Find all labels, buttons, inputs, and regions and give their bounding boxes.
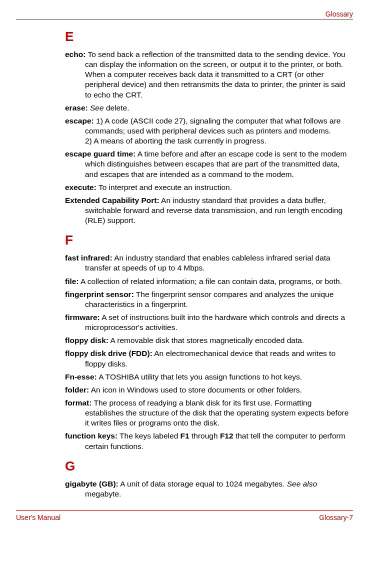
ref-gb: megabyte. bbox=[85, 490, 121, 498]
term-function-keys: function keys: bbox=[65, 432, 118, 440]
term-execute: execute: bbox=[65, 183, 96, 192]
term-folder: folder: bbox=[65, 386, 89, 394]
def-firmware: A set of instructions built into the har… bbox=[85, 313, 345, 332]
term-fdd: floppy disk drive (FDD): bbox=[65, 349, 152, 358]
ref-erase: delete. bbox=[104, 104, 130, 112]
see-also-gb: See also bbox=[287, 480, 317, 488]
term-floppy-disk: floppy disk: bbox=[65, 336, 108, 344]
term-echo: echo: bbox=[65, 50, 86, 58]
header-section-name: Glossary bbox=[16, 10, 353, 18]
term-escape: escape: bbox=[65, 116, 94, 125]
entry-function-keys: function keys: The keys labeled F1 throu… bbox=[65, 431, 350, 451]
term-fn-esse: Fn-esse: bbox=[65, 372, 97, 381]
term-gb: gigabyte (GB): bbox=[65, 480, 118, 488]
def-floppy-disk: A removable disk that stores magneticall… bbox=[110, 336, 304, 344]
section-letter-f: F bbox=[65, 232, 350, 248]
page-header: Glossary bbox=[16, 10, 353, 20]
def-fk-mid: through bbox=[190, 432, 220, 440]
def-fk-pre: The keys labeled bbox=[120, 432, 180, 440]
entry-fn-esse: Fn-esse: A TOSHIBA utility that lets you… bbox=[65, 372, 350, 382]
f1-key: F1 bbox=[180, 432, 190, 440]
entry-fast-infrared: fast infrared: An industry standard that… bbox=[65, 253, 350, 273]
def-escape-2: 2) A means of aborting the task currentl… bbox=[65, 136, 350, 146]
page-footer: User's Manual Glossary-7 bbox=[16, 510, 353, 522]
entry-execute: execute: To interpret and execute an ins… bbox=[65, 182, 350, 192]
entry-file: file: A collection of related informatio… bbox=[65, 276, 350, 286]
section-letter-g: G bbox=[65, 458, 350, 474]
section-letter-e: E bbox=[65, 29, 350, 44]
def-file: A collection of related information; a f… bbox=[80, 277, 342, 286]
term-file: file: bbox=[65, 277, 79, 286]
entry-erase: erase: See delete. bbox=[65, 103, 350, 113]
term-format: format: bbox=[65, 398, 92, 407]
f12-key: F12 bbox=[220, 432, 234, 440]
footer-page-number: Glossary-7 bbox=[319, 514, 353, 522]
page-container: Glossary E echo: To send back a reflecti… bbox=[0, 0, 369, 532]
def-fn-esse: A TOSHIBA utility that lets you assign f… bbox=[98, 372, 302, 381]
term-fast-infrared: fast infrared: bbox=[65, 254, 112, 262]
def-execute: To interpret and execute an instruction. bbox=[98, 183, 232, 192]
def-gb-pre: A unit of data storage equal to 1024 meg… bbox=[120, 480, 287, 488]
entry-format: format: The process of readying a blank … bbox=[65, 398, 350, 428]
entry-fingerprint: fingerprint sensor: The fingerprint sens… bbox=[65, 290, 350, 310]
entry-folder: folder: An icon in Windows used to store… bbox=[65, 385, 350, 395]
def-escape-1: 1) A code (ASCII code 27), signaling the… bbox=[85, 116, 340, 135]
entry-escape: escape: 1) A code (ASCII code 27), signa… bbox=[65, 116, 350, 146]
content-area: E echo: To send back a reflection of the… bbox=[16, 29, 353, 499]
entry-gb: gigabyte (GB): A unit of data storage eq… bbox=[65, 479, 350, 499]
term-erase: erase: bbox=[65, 104, 88, 112]
term-escape-guard: escape guard time: bbox=[65, 150, 136, 158]
def-fast-infrared: An industry standard that enables cablel… bbox=[85, 254, 330, 272]
entry-floppy-disk: floppy disk: A removable disk that store… bbox=[65, 336, 350, 346]
term-fingerprint: fingerprint sensor: bbox=[65, 290, 134, 298]
entry-echo: echo: To send back a reflection of the t… bbox=[65, 50, 350, 100]
def-format: The process of readying a blank disk for… bbox=[85, 398, 348, 427]
entry-firmware: firmware: A set of instructions built in… bbox=[65, 312, 350, 332]
entry-ecp: Extended Capability Port: An industry st… bbox=[65, 196, 350, 226]
def-echo: To send back a reflection of the transmi… bbox=[85, 50, 346, 99]
term-firmware: firmware: bbox=[65, 313, 100, 322]
entry-fdd: floppy disk drive (FDD): An electromecha… bbox=[65, 348, 350, 368]
entry-escape-guard: escape guard time: A time before and aft… bbox=[65, 149, 350, 179]
footer-manual: User's Manual bbox=[16, 514, 60, 522]
def-folder: An icon in Windows used to store documen… bbox=[91, 386, 302, 394]
term-ecp: Extended Capability Port: bbox=[65, 196, 160, 204]
see-erase: See bbox=[90, 104, 104, 112]
